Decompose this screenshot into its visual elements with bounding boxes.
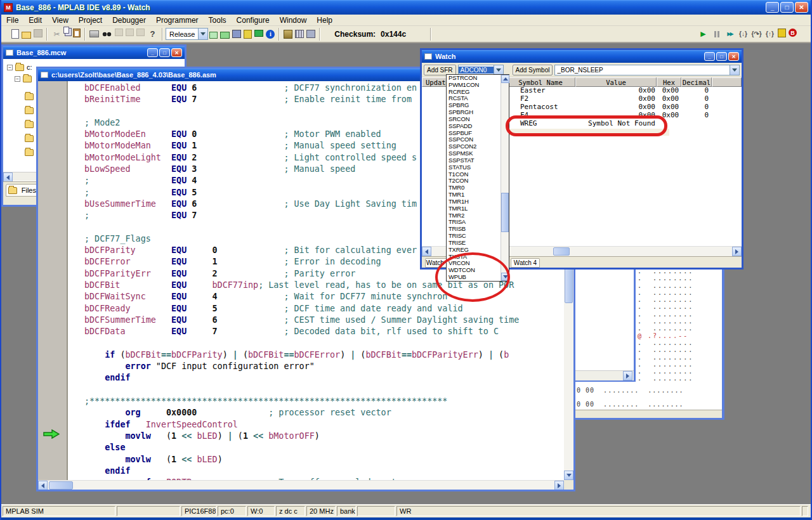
cut-icon[interactable] [51,29,62,39]
column-header-decimal[interactable]: Decimal [681,77,712,87]
collapse-icon[interactable]: − [7,65,13,70]
minimize-button[interactable]: _ [704,52,715,61]
workspace-title-bar[interactable]: Base_886.mcw _ □ ✕ [3,46,185,59]
tab-files[interactable]: Files [6,184,39,197]
scroll-up-icon[interactable] [501,75,509,83]
tree-node[interactable] [25,134,36,143]
symbol-select[interactable]: _BOR_NSLEEP [554,65,740,75]
save-icon[interactable] [34,29,43,37]
dropdown-item[interactable]: SSPBUF [447,130,501,137]
dropdown-item[interactable]: SSPMSK [447,150,501,157]
add-sfr-button[interactable]: Add SFR [424,65,456,75]
read-icon[interactable] [306,30,315,38]
reset-icon[interactable] [778,29,786,37]
dropdown-item[interactable]: TMR1H [447,198,501,205]
menu-item[interactable]: Project [74,15,107,25]
tree-node[interactable]: − [15,74,34,83]
dropdown-item[interactable]: VRCON [447,260,501,267]
chevron-down-icon[interactable] [730,65,739,75]
scrollbar-thumb[interactable] [553,247,570,256]
open-project-icon[interactable] [220,32,230,39]
step-over-icon[interactable] [751,29,762,39]
dropdown-item[interactable]: SPBRGH [447,109,501,116]
dropdown-item[interactable]: TMR0 [447,185,501,192]
print-icon[interactable] [89,30,99,37]
step-out-icon[interactable] [764,29,775,39]
dropdown-item[interactable]: WPUB [447,274,501,281]
dropdown-item[interactable]: PWM1CON [447,82,501,89]
tab-watch-4[interactable]: Watch 4 [511,258,540,268]
editor-horizontal-scrollbar[interactable] [38,480,564,490]
dropdown-item[interactable]: TRISE [447,240,501,247]
dis1-icon[interactable] [115,29,123,36]
minimize-button[interactable]: _ [766,2,779,13]
tree-node[interactable] [25,106,36,115]
menu-item[interactable]: Configure [232,15,275,25]
save-project-icon[interactable] [232,30,241,38]
paste-icon[interactable] [73,29,81,37]
scroll-left-icon[interactable] [3,172,13,182]
find-icon[interactable] [102,29,112,39]
scroll-down-icon[interactable] [564,471,573,480]
column-header-symbol-name[interactable]: Symbol Name [506,77,575,87]
menu-item[interactable]: File [1,15,23,25]
scroll-left-icon[interactable] [422,247,431,256]
maximize-button[interactable]: □ [159,48,170,57]
close-button[interactable]: ✕ [795,2,808,13]
copy-icon[interactable] [63,27,69,34]
add-symbol-button[interactable]: Add Symbol [513,65,553,75]
column-header-value[interactable]: Value [575,77,657,87]
dropdown-item[interactable]: TMR2 [447,212,501,219]
scroll-right-icon[interactable] [554,481,564,490]
menu-item[interactable]: Edit [23,15,47,25]
menu-item[interactable]: Help [311,15,337,25]
column-header-hex[interactable]: Hex [657,77,681,87]
dropdown-item[interactable]: TRISC [447,233,501,240]
new-icon[interactable] [11,29,19,39]
dropdown-item[interactable]: SPBRG [447,102,501,109]
sfr-select[interactable]: ADCON0 [458,65,504,75]
dropdown-item[interactable]: RCSTA [447,95,501,102]
breakpoint-icon[interactable] [789,29,797,37]
step-into-icon[interactable] [738,29,749,39]
dropdown-item[interactable]: TXREG [447,247,501,254]
dropdown-item[interactable]: SSPCON2 [447,143,501,150]
dropdown-item[interactable]: RCREG [447,89,501,96]
selected-empty-row[interactable] [509,129,669,136]
chevron-down-icon[interactable] [198,29,207,39]
program-icon[interactable] [284,30,292,39]
tree-node[interactable] [25,120,36,129]
dropdown-item[interactable]: TRISB [447,226,501,233]
menu-item[interactable]: Debugger [107,15,151,25]
dropdown-item[interactable]: TMR1 [447,192,501,198]
dropdown-item[interactable]: STATUS [447,164,501,171]
dropdown-item[interactable]: SRCON [447,116,501,123]
animate-icon[interactable] [724,29,735,39]
close-button[interactable]: ✕ [728,52,739,61]
tree-node[interactable] [25,92,36,101]
menu-item[interactable]: Window [275,15,312,25]
build-configuration-select[interactable]: Release [166,28,208,40]
scroll-down-icon[interactable] [501,273,509,281]
minimize-button[interactable]: _ [147,48,158,57]
tree-node[interactable] [25,148,36,157]
info-icon[interactable] [266,30,275,39]
new-project-icon[interactable] [209,32,218,39]
dis3-icon[interactable] [136,29,145,36]
dropdown-item[interactable]: T1CON [447,171,501,178]
dropdown-scrollbar[interactable] [501,75,509,281]
menu-item[interactable]: Tools [204,15,232,25]
make-icon[interactable] [254,30,263,37]
memory-horizontal-scrollbar[interactable] [575,370,634,380]
dropdown-item[interactable]: SSPSTAT [447,157,501,164]
scrollbar-thumb[interactable] [501,193,509,232]
scroll-right-icon[interactable] [623,371,632,380]
pause-icon[interactable] [711,29,722,39]
main-title-bar[interactable]: M Base_886 - MPLAB IDE v8.89 - Watch _ □… [1,0,811,15]
run-icon[interactable] [698,29,709,39]
dropdown-item[interactable]: WDTCON [447,267,501,274]
dropdown-item[interactable]: T2CON [447,178,501,185]
build-icon[interactable] [244,30,252,39]
scrollbar-thumb[interactable] [49,481,73,490]
dropdown-item[interactable]: SSPCON [447,136,501,143]
